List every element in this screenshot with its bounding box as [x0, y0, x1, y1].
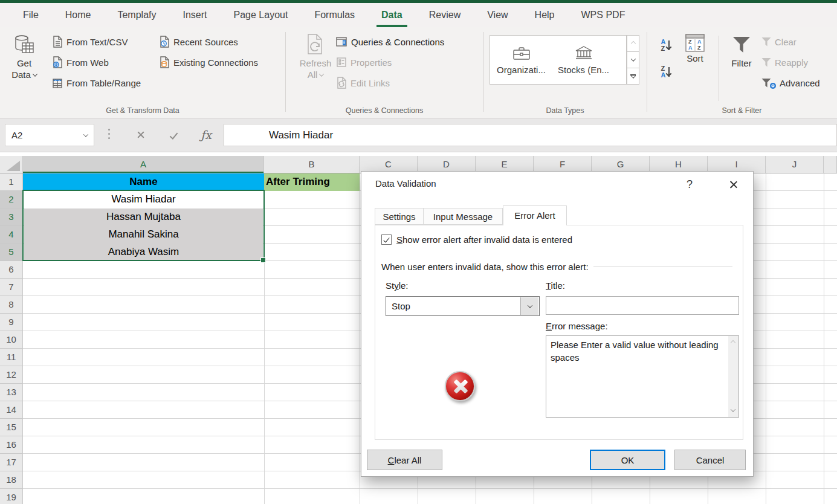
- column-header-j[interactable]: J: [766, 156, 824, 173]
- sort-za-icon: ZA: [661, 65, 666, 79]
- stop-error-icon: [445, 371, 475, 401]
- column-header-h[interactable]: H: [650, 156, 708, 173]
- row-header[interactable]: 15: [0, 419, 22, 436]
- clear-all-button[interactable]: Clear All: [367, 450, 442, 470]
- row-header[interactable]: 17: [0, 454, 22, 471]
- row-header[interactable]: 5: [0, 244, 22, 261]
- style-dropdown[interactable]: Stop: [386, 296, 540, 316]
- style-dropdown-button[interactable]: [520, 297, 538, 315]
- from-web-button[interactable]: From Web: [52, 55, 109, 69]
- row-header[interactable]: 1: [0, 173, 22, 191]
- tab-home[interactable]: Home: [52, 3, 105, 27]
- column-header-i[interactable]: I: [708, 156, 766, 173]
- tab-error-alert[interactable]: Error Alert: [503, 205, 567, 225]
- data-type-organization[interactable]: Organizati...: [490, 36, 552, 84]
- tab-review[interactable]: Review: [416, 3, 474, 27]
- row-header[interactable]: 19: [0, 489, 22, 504]
- tab-data[interactable]: Data: [368, 3, 416, 27]
- column-header-e[interactable]: E: [476, 156, 534, 173]
- dialog-close-button[interactable]: [725, 176, 741, 192]
- gallery-scroll-down-button[interactable]: [627, 52, 639, 68]
- tab-formulas[interactable]: Formulas: [301, 3, 368, 27]
- tab-templafy[interactable]: Templafy: [104, 3, 169, 27]
- from-table-range-button[interactable]: From Table/Range: [52, 76, 141, 90]
- properties-label: Properties: [351, 57, 392, 68]
- sort-ascending-button[interactable]: AZ: [654, 36, 677, 55]
- column-header-partial[interactable]: [824, 156, 837, 173]
- row-header[interactable]: 4: [0, 226, 22, 244]
- recent-sources-button[interactable]: Recent Sources: [159, 34, 238, 49]
- error-message-scrollbar[interactable]: [728, 336, 738, 417]
- cell-a1[interactable]: Name: [23, 173, 264, 191]
- column-header-a[interactable]: A: [23, 156, 264, 173]
- ribbon-tab-bar: File Home Templafy Insert Page Layout Fo…: [0, 3, 837, 27]
- tab-input-message[interactable]: Input Message: [424, 208, 503, 225]
- gallery-scroll-up-button[interactable]: [627, 35, 639, 52]
- row-header[interactable]: 14: [0, 401, 22, 419]
- row-header[interactable]: 12: [0, 366, 22, 384]
- row-header[interactable]: 6: [0, 261, 22, 279]
- help-icon: ?: [687, 178, 693, 191]
- column-header-g[interactable]: G: [592, 156, 650, 173]
- row-header[interactable]: 3: [0, 208, 22, 226]
- cancel-entry-button[interactable]: [132, 126, 150, 144]
- tab-file[interactable]: File: [10, 3, 52, 27]
- row-header[interactable]: 11: [0, 349, 22, 366]
- column-header-d[interactable]: D: [418, 156, 476, 173]
- svg-text:A: A: [688, 45, 693, 51]
- existing-connections-label: Existing Connections: [173, 57, 258, 68]
- existing-connections-button[interactable]: Existing Connections: [159, 55, 258, 69]
- clear-filter-button[interactable]: Clear: [761, 34, 797, 49]
- select-all-corner[interactable]: [0, 156, 23, 173]
- row-header[interactable]: 9: [0, 314, 22, 331]
- row-header[interactable]: 18: [0, 471, 22, 489]
- column-header-c[interactable]: C: [360, 156, 418, 173]
- queries-connections-button[interactable]: Queries & Connections: [336, 34, 444, 49]
- get-data-button[interactable]: Get Data: [5, 33, 44, 80]
- tab-insert[interactable]: Insert: [170, 3, 221, 27]
- tab-wps-pdf[interactable]: WPS PDF: [568, 3, 639, 27]
- cancel-button[interactable]: Cancel: [674, 450, 746, 470]
- bank-icon: [575, 45, 593, 61]
- properties-icon: [336, 57, 347, 68]
- row-header[interactable]: 8: [0, 296, 22, 314]
- tab-view[interactable]: View: [474, 3, 521, 27]
- dialog-tabs: Settings Input Message Error Alert: [375, 205, 567, 225]
- reapply-filter-label: Reapply: [775, 57, 808, 68]
- error-message-input[interactable]: Please Enter a valid value without leadi…: [546, 335, 739, 418]
- row-header[interactable]: 2: [0, 191, 22, 208]
- column-header-f[interactable]: F: [534, 156, 592, 173]
- advanced-filter-button[interactable]: Advanced: [761, 76, 820, 90]
- sort-button[interactable]: ZAAZ Sort: [677, 33, 713, 64]
- column-header-b[interactable]: B: [264, 156, 360, 173]
- sort-descending-button[interactable]: ZA: [654, 62, 677, 82]
- confirm-entry-button[interactable]: [164, 126, 183, 144]
- insert-function-button[interactable]: ƒx: [197, 126, 215, 144]
- row-header[interactable]: 10: [0, 331, 22, 349]
- filter-button[interactable]: Filter: [723, 33, 760, 69]
- data-type-stocks[interactable]: Stocks (En...: [552, 36, 615, 84]
- show-error-alert-checkbox[interactable]: [381, 234, 392, 245]
- row-header[interactable]: 7: [0, 279, 22, 296]
- refresh-all-button[interactable]: Refresh All: [296, 33, 335, 80]
- refresh-all-label-1: Refresh: [300, 57, 332, 69]
- properties-button[interactable]: Properties: [336, 55, 392, 69]
- from-text-csv-button[interactable]: From Text/CSV: [52, 34, 128, 49]
- row-header[interactable]: 13: [0, 384, 22, 401]
- tab-settings[interactable]: Settings: [375, 208, 424, 225]
- edit-links-button[interactable]: Edit Links: [336, 76, 390, 90]
- ok-button[interactable]: OK: [590, 450, 665, 470]
- title-input[interactable]: [546, 296, 739, 315]
- gallery-more-button[interactable]: [627, 68, 639, 85]
- row-header[interactable]: 16: [0, 436, 22, 454]
- error-alert-group-label: When user enters invalid data, show this…: [381, 262, 732, 272]
- name-box[interactable]: A2: [5, 124, 94, 146]
- dialog-help-button[interactable]: ?: [682, 176, 697, 192]
- fill-handle[interactable]: [260, 257, 266, 263]
- tab-help[interactable]: Help: [522, 3, 568, 27]
- tab-page-layout[interactable]: Page Layout: [221, 3, 302, 27]
- reapply-filter-button[interactable]: Reapply: [761, 55, 808, 69]
- cell-b1[interactable]: After Triming: [264, 173, 360, 191]
- group-divider-line: [593, 267, 732, 267]
- formula-input[interactable]: Wasim Hiadar: [224, 124, 837, 146]
